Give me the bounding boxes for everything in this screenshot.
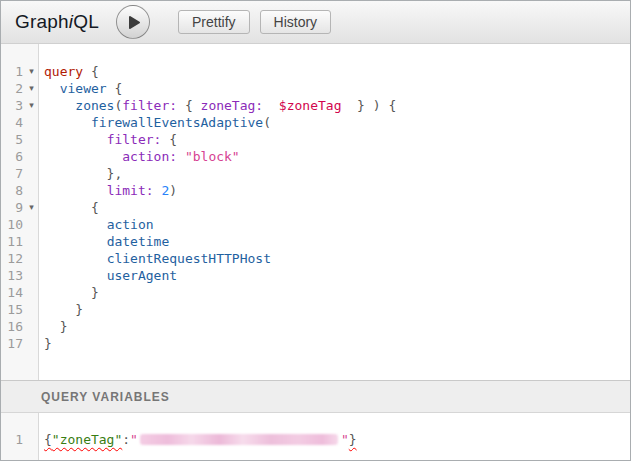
code-text: query { [40,63,99,80]
line-number: 15 [1,301,23,318]
line-number: 9 [1,199,23,216]
fold-arrow-icon[interactable]: ▾ [23,63,40,80]
code-line: 17} [1,335,630,352]
fold-arrow-icon[interactable]: ▾ [23,80,40,97]
code-text: } [40,335,52,352]
line-number: 13 [1,267,23,284]
token: } [44,319,67,334]
code-line: 15 } [1,301,630,318]
token: ) [169,183,177,198]
query-variables-header[interactable]: QUERY VARIABLES [1,380,630,413]
token: { [83,64,99,79]
line-number: 6 [1,148,23,165]
execute-query-button[interactable] [116,5,150,39]
variables-editor[interactable]: 1{"zoneTag":""} [1,413,630,460]
code-text: }, [40,165,122,182]
code-text: filter: { [40,131,177,148]
line-number: 8 [1,182,23,199]
token [44,268,107,283]
code-text: userAgent [40,267,177,284]
token: "block" [185,149,240,164]
code-text: } [40,301,83,318]
code-line: 12 clientRequestHTTPHost [1,250,630,267]
token [177,149,185,164]
code-line: 3▾ zones(filter: { zoneTag: $zoneTag } )… [1,97,630,114]
token: action: [122,149,177,164]
fold-gutter-spacer [23,301,40,318]
token [44,98,75,113]
token: " [341,432,349,447]
token: { [177,98,200,113]
token: { [44,200,99,215]
code-line: 13 userAgent [1,267,630,284]
code-text: action [40,216,154,233]
token: filter: [107,132,162,147]
token: }, [44,166,122,181]
fold-gutter-spacer [23,216,40,233]
token: } [44,336,52,351]
line-number: 4 [1,114,23,131]
token: { [44,432,52,447]
token [44,217,107,232]
code-line: 2▾ viewer { [1,80,630,97]
token [44,132,107,147]
fold-gutter-spacer [23,148,40,165]
token: } [44,285,99,300]
line-number: 14 [1,284,23,301]
token: : [122,432,130,447]
code-line: 7 }, [1,165,630,182]
code-line: 8 limit: 2) [1,182,630,199]
token: query [44,64,83,79]
token: $zoneTag [279,98,342,113]
token: clientRequestHTTPHost [107,251,271,266]
token [44,183,107,198]
fold-gutter-spacer [23,165,40,182]
query-editor[interactable]: 1▾query {2▾ viewer {3▾ zones(filter: { z… [1,44,630,380]
fold-arrow-icon[interactable]: ▾ [23,97,40,114]
code-text: viewer { [40,80,122,97]
fold-gutter-spacer [23,318,40,335]
token: viewer [60,81,107,96]
code-text: datetime [40,233,169,250]
line-number: 1 [1,63,23,80]
token: datetime [107,234,170,249]
fold-arrow-icon[interactable]: ▾ [23,199,40,216]
token: ( [263,115,271,130]
code-line: 11 datetime [1,233,630,250]
token: } ) { [341,98,396,113]
line-number: 7 [1,165,23,182]
code-line: 1▾query { [1,63,630,80]
logo-text-post: QL [73,11,99,32]
token: userAgent [107,268,177,283]
variables-code: 1{"zoneTag":""} [1,431,630,448]
code-text: } [40,284,99,301]
token: firewallEventsAdaptive [91,115,263,130]
play-icon [124,15,141,30]
code-text: } [40,318,67,335]
token [263,98,279,113]
redacted-value [140,434,338,445]
token: zones [75,98,114,113]
token [44,234,107,249]
prettify-button[interactable]: Prettify [178,10,250,34]
token [44,149,122,164]
token: filter: [122,98,177,113]
code-line: 16 } [1,318,630,335]
code-line: 10 action [1,216,630,233]
token: } [44,302,83,317]
graphiql-logo: GraphiQL [15,11,99,33]
line-number: 17 [1,335,23,352]
code-line: 5 filter: { [1,131,630,148]
fold-gutter-spacer [23,431,40,448]
token [44,251,107,266]
query-code: 1▾query {2▾ viewer {3▾ zones(filter: { z… [1,63,630,352]
code-line: 9▾ { [1,199,630,216]
code-text: limit: 2) [40,182,177,199]
fold-gutter-spacer [23,182,40,199]
token: " [130,432,138,447]
code-text: clientRequestHTTPHost [40,250,271,267]
history-button[interactable]: History [260,10,332,34]
fold-gutter-spacer [23,114,40,131]
query-variables-title: QUERY VARIABLES [41,390,170,404]
line-number: 3 [1,97,23,114]
